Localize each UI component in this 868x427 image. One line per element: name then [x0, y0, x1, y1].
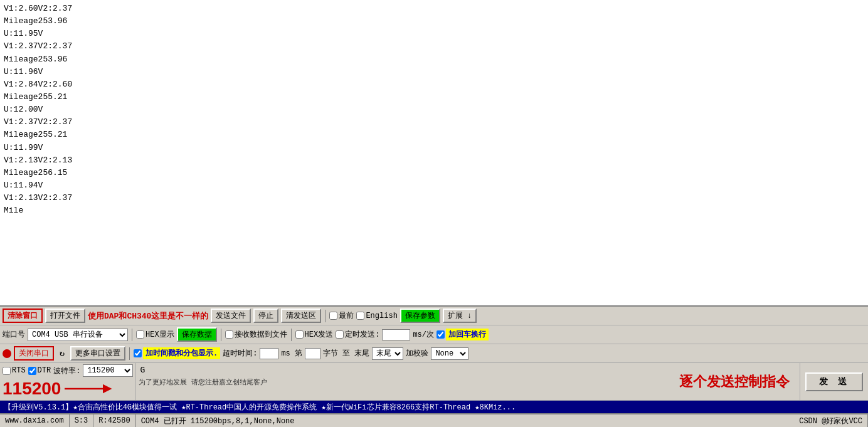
dtr-checkbox[interactable]	[28, 367, 36, 375]
status-bar: www.daxia.com S: 3 R: 42580 COM4 已打开 115…	[0, 413, 868, 427]
baud-select[interactable]: 115200	[83, 364, 133, 377]
send-row: RTS DTR 波特率: 115200 115200	[0, 363, 868, 401]
timer-send-text: 定时发送:	[345, 329, 379, 340]
s-value: 3	[83, 416, 88, 425]
hint2: 请您注册嘉立创结尾客户	[191, 379, 267, 386]
r-value: 42580	[108, 416, 130, 425]
r-label: R:	[98, 416, 107, 425]
checksum-select[interactable]: None	[431, 347, 468, 360]
log-line-11: U:11.99V	[4, 143, 43, 152]
rts-dtr-row: RTS DTR 波特率: 115200	[3, 364, 133, 377]
timer-send-label[interactable]: 定时发送:	[336, 329, 379, 340]
website-section: www.daxia.com	[0, 414, 70, 427]
toolbar-row1: 清除窗口 打开文件 使用DAP和CH340这里是不一样的 发送文件 停止 清发送…	[0, 307, 868, 325]
recv-file-text: 接收数据到文件	[235, 329, 287, 340]
timer-value-input[interactable]: 1000	[382, 329, 410, 340]
open-file-button[interactable]: 打开文件	[45, 308, 85, 323]
rts-checkbox[interactable]	[3, 367, 11, 375]
bottom-panel: 清除窗口 打开文件 使用DAP和CH340这里是不一样的 发送文件 停止 清发送…	[0, 305, 868, 427]
port-select[interactable]: COM4 USB 串行设备	[28, 329, 128, 341]
rts-text: RTS	[12, 366, 26, 375]
crlf-checkbox[interactable]	[437, 330, 445, 339]
timestamp-label[interactable]: 加时间戳和分包显示.	[134, 347, 220, 359]
dap-annotation: 使用DAP和CH340这里是不一样的	[88, 310, 208, 322]
log-line-4: Mileage253.96	[4, 55, 67, 64]
log-line-3: V1:2.37V2:2.37	[4, 41, 72, 51]
port-status-section: COM4 已打开 115200bps,8,1,None,None	[136, 414, 795, 427]
separator1	[325, 310, 326, 322]
ticker-bar: 【升级到V5.13.1】★合宙高性价比4G模块值得一试 ★RT-Thread中国…	[0, 401, 868, 413]
last-checkbox-label[interactable]: 最前	[329, 310, 354, 321]
timeout-label: 超时时间:	[223, 348, 257, 359]
rts-label[interactable]: RTS	[3, 366, 26, 375]
recv-file-checkbox[interactable]	[225, 330, 233, 339]
send-controls: RTS DTR 波特率: 115200 115200	[0, 363, 136, 400]
send-file-button[interactable]: 发送文件	[211, 308, 251, 323]
clear-send-button[interactable]: 清发送区	[281, 308, 321, 323]
log-line-0: V1:2.60V2:2.37	[4, 4, 72, 13]
log-line-2: U:11.95V	[4, 29, 43, 38]
refresh-icon[interactable]: ↻	[56, 348, 68, 359]
send-control-text: 逐个发送控制指令	[679, 372, 790, 391]
expand-button[interactable]: 扩展 ↓	[443, 308, 477, 323]
baud-annotation-row: 115200	[3, 379, 133, 399]
more-settings-button[interactable]: 更多串口设置	[70, 346, 125, 361]
send-button[interactable]: 发 送	[805, 372, 863, 391]
separator4	[291, 329, 292, 341]
status-indicator	[3, 349, 11, 358]
send-text-area: G 为了更好地发展 请您注册嘉立创结尾客户	[136, 363, 669, 400]
s-section: S: 3	[70, 414, 94, 427]
timestamp-text: 加时间戳和分包显示.	[143, 347, 220, 359]
send-button-col: 发 送	[800, 363, 868, 400]
timer-unit: ms/次	[413, 329, 434, 340]
hex-send-checkbox[interactable]	[295, 330, 304, 339]
hint-text: 为了更好地发展 请您注册嘉立创结尾客户	[139, 377, 666, 387]
log-line-12: V1:2.13V2:2.13	[4, 156, 72, 165]
end-select[interactable]: 末尾	[372, 347, 403, 360]
log-line-15: V1:2.13V2:2.37	[4, 193, 72, 203]
log-line-8: U:12.00V	[4, 105, 43, 114]
ticker-text: 【升级到V5.13.1】★合宙高性价比4G模块值得一试 ★RT-Thread中国…	[4, 402, 516, 413]
website: www.daxia.com	[5, 416, 64, 425]
baud-label: 波特率:	[53, 366, 80, 376]
log-line-6: V1:2.84V2:2.60	[4, 80, 72, 89]
toolbar-row2: 端口号 COM4 USB 串行设备 HEX显示 保存数据 接收数据到文件 HEX…	[0, 325, 868, 344]
baud-big-annotation: 115200	[3, 379, 61, 399]
hex-show-label[interactable]: HEX显示	[136, 329, 174, 340]
byte-label: 字节 至 末尾	[323, 348, 369, 359]
brand: CSDN @好家伙VCC	[799, 416, 862, 426]
english-checkbox-label[interactable]: English	[356, 312, 397, 320]
clear-window-button[interactable]: 清除窗口	[3, 308, 43, 323]
dtr-text: DTR	[38, 366, 51, 375]
log-line-10: Mileage255.21	[4, 130, 67, 139]
save-params-button[interactable]: 保存参数	[400, 308, 440, 323]
timeout-input[interactable]: 20	[260, 348, 278, 359]
log-line-13: Mileage256.15	[4, 168, 67, 177]
hex-send-text: HEX发送	[305, 329, 334, 340]
hex-show-checkbox[interactable]	[136, 330, 144, 339]
timestamp-checkbox[interactable]	[134, 349, 142, 357]
crlf-label[interactable]: 加回车换行	[437, 329, 489, 340]
crlf-text: 加回车换行	[446, 329, 489, 340]
last-label: 最前	[339, 310, 354, 321]
close-port-button[interactable]: 关闭串口	[14, 346, 54, 361]
log-line-7: Mileage255.21	[4, 92, 67, 102]
r-section: R: 42580	[93, 414, 135, 427]
stop-button[interactable]: 停止	[253, 308, 278, 323]
separator2	[132, 329, 132, 341]
dtr-label[interactable]: DTR	[28, 366, 51, 375]
log-line-1: Mileage253.96	[4, 16, 67, 26]
english-checkbox[interactable]	[356, 312, 364, 320]
timer-send-checkbox[interactable]	[336, 330, 344, 339]
hex-send-label[interactable]: HEX发送	[295, 329, 334, 340]
send-control-annotation: 逐个发送控制指令	[669, 363, 800, 400]
byte-from-input[interactable]: 1	[305, 348, 320, 359]
hint1: 为了更好地发展	[139, 379, 187, 386]
s-label: S:	[75, 416, 83, 425]
log-area: V1:2.60V2:2.37 Mileage253.96 U:11.95V V1…	[0, 0, 868, 305]
timeout-unit: ms 第	[281, 348, 302, 359]
save-data-button[interactable]: 保存数据	[177, 327, 217, 342]
recv-file-label[interactable]: 接收数据到文件	[225, 329, 287, 340]
last-checkbox[interactable]	[329, 312, 337, 320]
checksum-label: 加校验	[406, 348, 428, 359]
